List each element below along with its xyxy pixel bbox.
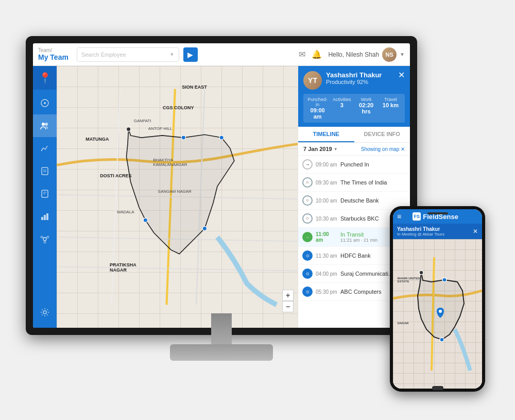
sidebar-item-team[interactable]	[33, 114, 57, 137]
timeline-dot-6: ⊙	[302, 268, 313, 279]
timeline-time-6: 04:00 pm	[316, 271, 337, 277]
user-initials: NS	[385, 52, 393, 58]
sidebar-item-settings[interactable]	[33, 301, 57, 324]
monitor: Team/ My Team Search Employee ▼ ▶ ✉ 🔔 He…	[26, 36, 417, 376]
sidebar: 📍	[33, 66, 57, 328]
svg-point-25	[143, 218, 147, 222]
timeline-event-0: Punched In	[340, 161, 406, 167]
svg-point-22	[181, 136, 185, 140]
timeline-dot-7: ⊙	[302, 287, 313, 297]
svg-rect-12	[46, 213, 48, 220]
employee-avatar: YT	[303, 71, 322, 90]
sidebar-item-location[interactable]	[33, 92, 57, 114]
travel-label: Travel	[380, 97, 402, 102]
svg-point-16	[44, 241, 46, 243]
activities-label: Activities	[331, 97, 353, 102]
stat-activities: Activities 3	[331, 97, 353, 120]
map-controls: + −	[282, 290, 294, 312]
timeline-item-1: ⊙ 09:30 am The Times of India	[298, 174, 410, 192]
stat-travel: Travel 10 km	[380, 97, 402, 120]
phone-employee-info: Yashashri Thakur In Meeting @ Akbar Tour…	[397, 226, 444, 237]
avatar-image: YT	[303, 71, 322, 90]
monitor-stand-base	[170, 344, 273, 361]
sidebar-item-forms[interactable]	[33, 182, 57, 205]
phone-home-button[interactable]	[432, 386, 443, 390]
map-background: SION EAST GANPATI CGS COLONY MATUNGA ANT…	[57, 66, 298, 328]
svg-line-18	[45, 238, 47, 238]
phone-close-button[interactable]: ✕	[473, 228, 478, 235]
sidebar-item-analytics[interactable]	[33, 137, 57, 160]
phone-speaker	[427, 212, 448, 214]
svg-point-15	[47, 236, 49, 238]
search-placeholder: Search Employee	[81, 52, 167, 58]
scene: Team/ My Team Search Employee ▼ ▶ ✉ 🔔 He…	[0, 0, 515, 420]
employee-productivity: Productivity 92%	[326, 79, 394, 85]
timeline-time-5: 11:30 am	[316, 253, 337, 259]
map-panel: SION EAST GANPATI CGS COLONY MATUNGA ANT…	[57, 66, 298, 328]
breadcrumb: Team/	[38, 47, 68, 53]
svg-point-3	[45, 123, 48, 126]
email-icon[interactable]: ✉	[299, 49, 305, 59]
employee-name: Yashashri Thakur	[326, 71, 394, 79]
svg-point-24	[202, 226, 207, 230]
svg-point-1	[44, 102, 46, 104]
header-icons: ✉ 🔔 Hello, Nilesh Shah NS ▼	[299, 47, 405, 62]
phone-employee-sub: In Meeting @ Akbar Tours	[397, 232, 444, 237]
phone-app-header: ≡ FS FieldSense	[393, 209, 482, 224]
map-svg	[57, 66, 298, 328]
showing-on-map[interactable]: Showing on map ✕	[361, 146, 405, 152]
search-box[interactable]: Search Employee ▼	[77, 47, 179, 62]
svg-point-27	[442, 278, 447, 282]
phone-screen: ≡ FS FieldSense Yashashri Thakur In Meet…	[393, 209, 482, 389]
date-dropdown-icon[interactable]: ▼	[334, 147, 338, 152]
svg-rect-4	[42, 167, 48, 175]
phone-map-svg	[393, 239, 482, 389]
timeline-time-2: 10:00 am	[316, 198, 337, 204]
sidebar-item-reports[interactable]	[33, 205, 57, 228]
phone-map: MAHIN UNITEDESTATE DADAR	[393, 239, 482, 389]
user-avatar: NS	[382, 47, 397, 62]
page-title: My Team	[38, 53, 68, 61]
tab-timeline[interactable]: TIMELINE	[298, 127, 354, 142]
user-dropdown-icon[interactable]: ▼	[400, 52, 405, 57]
svg-point-14	[41, 236, 43, 238]
close-panel-button[interactable]: ✕	[398, 71, 405, 79]
employee-info: Yashashri Thakur Productivity 92%	[326, 71, 394, 85]
timeline-dot-2: ⊙	[302, 195, 313, 206]
bell-icon[interactable]: 🔔	[312, 49, 322, 59]
timeline-event-1: The Times of India	[340, 179, 406, 186]
employee-header: YT Yashashri Thakur Productivity 92% ✕	[298, 66, 410, 127]
svg-rect-10	[41, 217, 43, 220]
svg-point-26	[419, 271, 423, 275]
svg-rect-11	[44, 215, 46, 220]
zoom-in-button[interactable]: +	[282, 290, 294, 301]
zoom-out-button[interactable]: −	[282, 301, 294, 312]
sidebar-item-tasks[interactable]	[33, 160, 57, 182]
search-go-button[interactable]: ▶	[183, 47, 198, 62]
mobile-phone: ≡ FS FieldSense Yashashri Thakur In Meet…	[390, 206, 485, 392]
timeline-time-3: 10:30 am	[316, 216, 337, 222]
phone-logo-icon: FS	[413, 212, 421, 221]
svg-line-17	[42, 238, 45, 238]
timeline-dot-1: ⊙	[302, 177, 313, 188]
svg-point-23	[219, 136, 224, 140]
timeline-time-4: 11:00 am	[316, 231, 337, 243]
tab-device-info[interactable]: DEVICE INFO	[354, 127, 410, 142]
phone-employee-name: Yashashri Thakur	[397, 226, 444, 232]
sidebar-item-network[interactable]	[33, 228, 57, 250]
svg-point-20	[43, 311, 46, 314]
phone-menu-icon[interactable]: ≡	[397, 212, 401, 221]
work-label: Work	[355, 97, 377, 102]
svg-point-28	[440, 338, 444, 342]
svg-point-21	[126, 127, 130, 131]
punched-in-value: 09:00 am	[306, 107, 329, 120]
sidebar-logo: 📍	[33, 66, 57, 90]
monitor-stand-neck	[211, 313, 232, 344]
timeline-time-7: 05:30 pm	[316, 289, 337, 295]
stat-work: Work 02:20 hrs	[355, 97, 377, 120]
app-header: Team/ My Team Search Employee ▼ ▶ ✉ 🔔 He…	[33, 43, 410, 66]
timeline-dot-5: ⊙	[302, 250, 313, 261]
header-user: Hello, Nilesh Shah NS ▼	[328, 47, 405, 62]
work-value: 02:20 hrs	[355, 102, 377, 114]
employee-stats: Punched-in 09:00 am Activities 3 Work 02…	[303, 94, 405, 123]
